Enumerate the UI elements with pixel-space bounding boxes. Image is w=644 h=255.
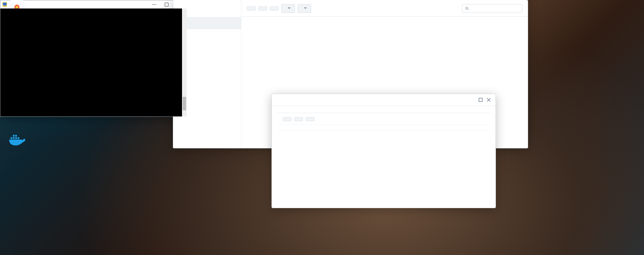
docker-toolbar: [241, 0, 528, 17]
ftm-tabs: [277, 106, 490, 113]
minimize-icon[interactable]: —: [148, 1, 160, 8]
svg-point-21: [466, 7, 468, 9]
svg-rect-9: [13, 137, 15, 139]
settings-dropdown[interactable]: [298, 4, 311, 13]
window-titlebar[interactable]: [272, 94, 496, 106]
ftm-table-header: [277, 125, 490, 131]
restart-button[interactable]: [306, 117, 315, 121]
putty-window: —: [0, 0, 187, 117]
desktop: —: [0, 0, 644, 255]
remove-button[interactable]: [294, 117, 303, 121]
terminal-scrollbar[interactable]: [182, 8, 187, 116]
docker-whale-icon: [8, 131, 26, 148]
edit-button[interactable]: [270, 6, 279, 11]
svg-rect-10: [15, 137, 17, 139]
desktop-icon-docker[interactable]: [0, 131, 34, 150]
svg-rect-22: [479, 98, 482, 102]
svg-rect-11: [18, 137, 19, 139]
file-task-monitor-window: [271, 94, 496, 208]
search-icon: [465, 6, 469, 11]
terminal-output[interactable]: [0, 8, 187, 116]
ftm-toolbar: [277, 113, 490, 125]
details-button[interactable]: [258, 6, 267, 11]
create-button[interactable]: [247, 6, 256, 11]
svg-rect-8: [11, 137, 12, 139]
maximize-icon[interactable]: [160, 1, 173, 8]
clear-completed-button[interactable]: [283, 117, 291, 121]
svg-rect-26: [165, 3, 168, 6]
svg-rect-13: [15, 135, 17, 136]
svg-point-0: [16, 6, 18, 8]
maximize-icon[interactable]: [478, 97, 483, 103]
svg-rect-12: [13, 135, 15, 136]
search-input[interactable]: [471, 6, 519, 11]
action-dropdown[interactable]: [281, 4, 295, 13]
search-box[interactable]: [462, 4, 522, 13]
close-icon[interactable]: [486, 97, 491, 103]
